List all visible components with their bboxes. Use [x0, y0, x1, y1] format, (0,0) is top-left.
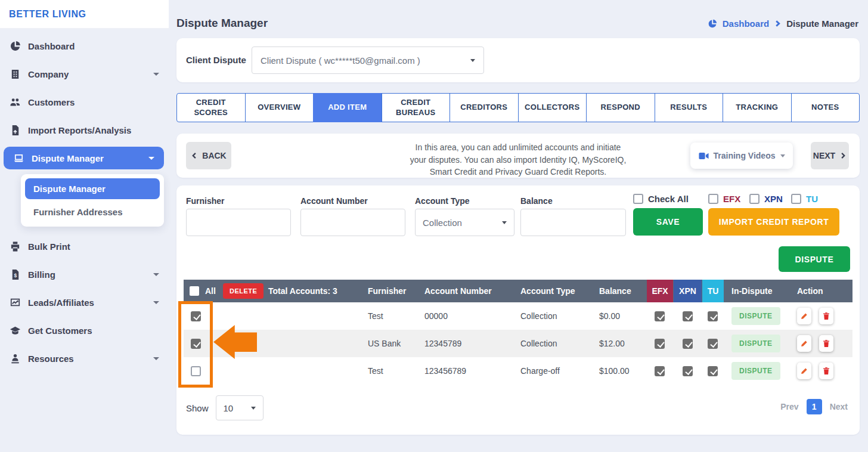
tu-label: TU: [806, 194, 818, 204]
sidebar-item-customers[interactable]: Customers: [0, 88, 169, 116]
check-all-label: Check All: [648, 194, 689, 204]
edit-button[interactable]: [797, 308, 811, 324]
xpn-row-checkbox[interactable]: [683, 366, 693, 376]
pagination: Prev 1 Next: [780, 399, 848, 414]
account-type-select[interactable]: Collection: [415, 209, 514, 236]
tab-tracking[interactable]: TRACKING: [723, 93, 792, 122]
furnisher-input[interactable]: [186, 209, 291, 236]
brand-logo[interactable]: BETTER LIVING: [0, 0, 169, 29]
tab-credit-bureaus[interactable]: CREDIT BUREAUS: [382, 93, 451, 122]
prev-page-link[interactable]: Prev: [780, 402, 798, 411]
pencil-icon: [800, 312, 808, 320]
cell-balance: $0.00: [599, 302, 620, 330]
xpn-label: XPN: [764, 194, 783, 204]
accounts-table: All DELETE Total Accounts: 3 Furnisher A…: [184, 280, 852, 385]
cell-account-type: Collection: [520, 302, 557, 330]
chart-icon: [10, 297, 21, 308]
chevron-down-icon: [502, 221, 507, 224]
back-button[interactable]: BACK: [186, 142, 231, 169]
tab-credit-scores[interactable]: CREDIT SCORES: [176, 93, 246, 122]
submenu-item-furnisher-addresses[interactable]: Furnisher Addresses: [25, 202, 160, 222]
tu-row-checkbox[interactable]: [708, 366, 718, 376]
training-videos-button[interactable]: Training Videos: [690, 143, 793, 169]
delete-button[interactable]: DELETE: [223, 283, 264, 299]
tab-overview[interactable]: OVERVIEW: [245, 93, 314, 122]
efx-row-checkbox[interactable]: [655, 339, 665, 349]
tab-notes[interactable]: NOTES: [791, 93, 860, 122]
page-size-select[interactable]: 10: [216, 395, 264, 420]
tab-creditors[interactable]: CREDITORS: [450, 93, 519, 122]
dispute-tabs: CREDIT SCORES OVERVIEW ADD ITEM CREDIT B…: [176, 93, 860, 122]
sidebar-item-label: Resources: [28, 354, 74, 364]
column-header-action: Action: [797, 280, 823, 302]
sidebar-item-resources[interactable]: Resources: [0, 345, 169, 373]
sidebar-item-bulk-print[interactable]: Bulk Print: [0, 233, 169, 261]
trash-icon: [822, 367, 830, 375]
sidebar-item-leads-affiliates[interactable]: Leads/Affiliates: [0, 289, 169, 317]
tu-row-checkbox[interactable]: [708, 311, 718, 321]
sidebar-item-label: Bulk Print: [28, 242, 70, 252]
column-header-furnisher: Furnisher: [368, 280, 407, 302]
efx-checkbox[interactable]: [708, 194, 718, 204]
tu-row-checkbox[interactable]: [708, 339, 718, 349]
edit-button[interactable]: [797, 363, 811, 379]
column-header-account-number: Account Number: [424, 280, 492, 302]
account-number-input[interactable]: [300, 209, 405, 236]
submenu-item-dispute-manager[interactable]: Dispute Manager: [25, 178, 160, 199]
efx-row-checkbox[interactable]: [655, 311, 665, 321]
table-row: Test 00000 Collection $0.00 DISPUTE: [184, 302, 852, 330]
row-dispute-button[interactable]: DISPUTE: [731, 307, 780, 325]
efx-row-checkbox[interactable]: [655, 366, 665, 376]
next-button[interactable]: NEXT: [811, 142, 849, 169]
add-item-card: Furnisher Account Number Account Type Ba…: [176, 185, 860, 435]
sidebar-item-billing[interactable]: $ Billing: [0, 261, 169, 289]
edit-button[interactable]: [797, 335, 811, 352]
efx-label: EFX: [723, 194, 740, 204]
delete-row-button[interactable]: [819, 363, 833, 379]
chevron-down-icon: [153, 73, 159, 76]
cell-account-type: Collection: [520, 330, 557, 357]
select-all-checkbox[interactable]: [190, 286, 199, 296]
page-size-value: 10: [224, 403, 234, 413]
delete-row-button[interactable]: [819, 335, 833, 352]
sidebar-item-label: Import Reports/Analysis: [28, 125, 131, 135]
cell-furnisher: Test: [368, 357, 383, 385]
import-credit-report-button[interactable]: IMPORT CREDIT REPORT: [708, 208, 839, 236]
balance-input[interactable]: [520, 209, 626, 236]
tab-results[interactable]: RESULTS: [655, 93, 724, 122]
xpn-group: XPN: [749, 194, 783, 204]
sidebar-item-label: Leads/Affiliates: [28, 298, 94, 308]
client-dispute-select[interactable]: Client Dispute ( wc*****t50@gmail.com ): [252, 47, 484, 74]
dispute-button[interactable]: DISPUTE: [779, 246, 850, 272]
sidebar-item-company[interactable]: Company: [0, 60, 169, 88]
back-button-label: BACK: [202, 151, 226, 160]
submenu-item-label: Dispute Manager: [33, 184, 106, 194]
video-camera-icon: [699, 151, 709, 160]
breadcrumb-dashboard-link[interactable]: Dashboard: [723, 18, 769, 29]
main-content: Dispute Manager Dashboard Dispute Manage…: [169, 0, 868, 452]
sidebar-item-import-reports[interactable]: Import Reports/Analysis: [0, 116, 169, 144]
xpn-row-checkbox[interactable]: [683, 339, 693, 349]
sidebar-item-get-customers[interactable]: Get Customers: [0, 317, 169, 345]
sidebar-item-dashboard[interactable]: Dashboard: [0, 32, 169, 60]
next-button-label: NEXT: [813, 151, 835, 160]
sidebar-item-dispute-manager[interactable]: Dispute Manager: [4, 147, 164, 169]
tab-respond[interactable]: RESPOND: [586, 93, 655, 122]
tab-collectors[interactable]: COLLECTORS: [518, 93, 587, 122]
xpn-row-checkbox[interactable]: [683, 311, 693, 321]
xpn-checkbox[interactable]: [749, 194, 760, 204]
check-all-checkbox[interactable]: [633, 194, 643, 204]
info-text: In this area, you can add unlimited acco…: [363, 141, 673, 178]
row-dispute-button[interactable]: DISPUTE: [731, 335, 780, 352]
next-page-link[interactable]: Next: [830, 402, 848, 411]
account-type-selected-value: Collection: [423, 218, 462, 228]
current-page-button[interactable]: 1: [807, 399, 822, 414]
tu-checkbox[interactable]: [791, 194, 801, 204]
cell-balance: $12.00: [599, 330, 625, 357]
save-button[interactable]: SAVE: [633, 208, 703, 236]
delete-row-button[interactable]: [819, 308, 833, 324]
column-header-balance: Balance: [599, 280, 631, 302]
row-dispute-button[interactable]: DISPUTE: [731, 362, 780, 380]
laptop-icon: [13, 153, 24, 164]
tab-add-item[interactable]: ADD ITEM: [313, 93, 382, 122]
